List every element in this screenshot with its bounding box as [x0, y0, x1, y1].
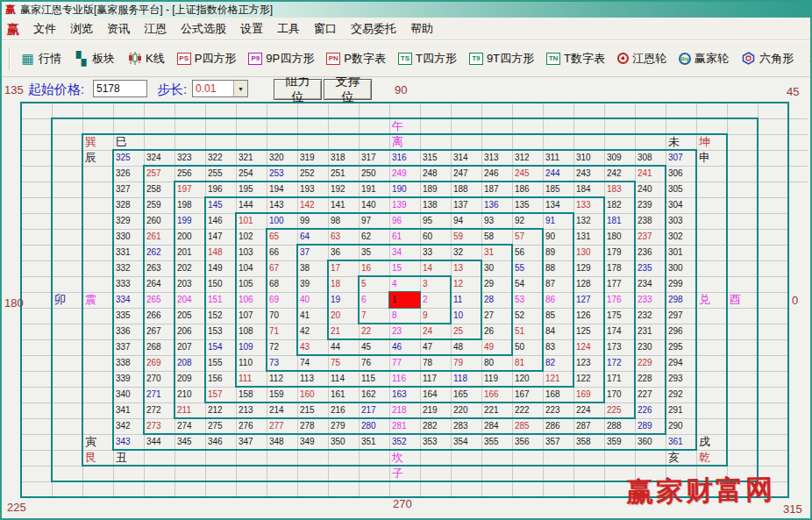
- grid-cell[interactable]: 210: [175, 387, 205, 402]
- grid-cell[interactable]: 111: [236, 371, 267, 387]
- grid-cell[interactable]: 211: [175, 402, 205, 418]
- grid-cell[interactable]: 346: [205, 434, 236, 450]
- grid-cell[interactable]: 229: [635, 355, 666, 371]
- grid-cell[interactable]: 114: [328, 371, 359, 387]
- grid-cell[interactable]: 331: [113, 245, 144, 260]
- grid-cell[interactable]: 249: [389, 166, 420, 182]
- grid-cell[interactable]: 116: [389, 371, 420, 387]
- grid-cell[interactable]: 100: [267, 213, 297, 229]
- grid-cell[interactable]: 197: [175, 182, 205, 197]
- grid-cell[interactable]: 163: [389, 387, 420, 402]
- grid-cell[interactable]: 186: [512, 182, 543, 197]
- grid-cell[interactable]: 220: [451, 402, 481, 418]
- grid-cell[interactable]: 361: [666, 434, 696, 450]
- tool-p-square[interactable]: PSP四方形: [171, 48, 243, 69]
- grid-cell[interactable]: 126: [573, 308, 604, 324]
- grid-cell[interactable]: 318: [328, 150, 359, 166]
- grid-cell[interactable]: 18: [328, 276, 359, 292]
- grid-cell[interactable]: 194: [267, 182, 297, 197]
- grid-cell[interactable]: 350: [328, 434, 359, 450]
- grid-cell[interactable]: 300: [666, 260, 696, 276]
- grid-cell[interactable]: 223: [543, 402, 573, 418]
- grid-cell[interactable]: 178: [604, 260, 635, 276]
- grid-cell[interactable]: 242: [604, 166, 635, 182]
- grid-cell[interactable]: 19: [328, 292, 359, 308]
- grid-cell[interactable]: 265: [144, 292, 175, 308]
- grid-cell[interactable]: 226: [635, 402, 666, 418]
- grid-cell[interactable]: 69: [267, 292, 297, 308]
- grid-cell[interactable]: 345: [175, 434, 205, 450]
- grid-cell[interactable]: 66: [267, 245, 297, 260]
- grid-cell[interactable]: 135: [512, 197, 543, 213]
- grid-cell[interactable]: 70: [267, 308, 297, 324]
- grid-cell[interactable]: 214: [267, 402, 297, 418]
- grid-cell[interactable]: 359: [604, 434, 635, 450]
- grid-cell[interactable]: 187: [481, 182, 512, 197]
- grid-cell[interactable]: 104: [236, 260, 267, 276]
- grid-cell[interactable]: 254: [236, 166, 267, 182]
- grid-cell[interactable]: 282: [420, 418, 451, 434]
- grid-cell[interactable]: 256: [175, 166, 205, 182]
- chevron-down-icon[interactable]: ▼: [233, 81, 247, 96]
- grid-cell[interactable]: 76: [359, 355, 389, 371]
- grid-cell[interactable]: 340: [113, 387, 144, 402]
- grid-cell[interactable]: 267: [144, 324, 175, 339]
- grid-cell[interactable]: 113: [297, 371, 328, 387]
- grid-cell[interactable]: 45: [359, 339, 389, 355]
- grid-cell[interactable]: 92: [512, 213, 543, 229]
- grid-cell[interactable]: 101: [236, 213, 267, 229]
- grid-cell[interactable]: 258: [144, 182, 175, 197]
- grid-cell[interactable]: 61: [389, 229, 420, 245]
- grid-cell[interactable]: 324: [144, 150, 175, 166]
- menu-item[interactable]: 工具: [270, 18, 307, 39]
- grid-cell[interactable]: 208: [175, 355, 205, 371]
- grid-cell[interactable]: 118: [451, 371, 481, 387]
- grid-cell[interactable]: 222: [512, 402, 543, 418]
- grid-cell[interactable]: 356: [512, 434, 543, 450]
- grid-cell[interactable]: 273: [144, 418, 175, 434]
- grid-cell[interactable]: 341: [113, 402, 144, 418]
- grid-cell[interactable]: 156: [205, 371, 236, 387]
- grid-cell[interactable]: 25: [451, 324, 481, 339]
- grid-cell[interactable]: 311: [543, 150, 573, 166]
- grid-cell[interactable]: 355: [481, 434, 512, 450]
- tool-winner-wheel[interactable]: Big赢家轮: [673, 48, 735, 69]
- grid-cell[interactable]: 277: [267, 418, 297, 434]
- grid-cell[interactable]: 339: [113, 371, 144, 387]
- grid-cell[interactable]: 154: [205, 339, 236, 355]
- grid-cell[interactable]: 7: [359, 308, 389, 324]
- grid-cell[interactable]: 241: [635, 166, 666, 182]
- grid-cell[interactable]: 2: [420, 292, 451, 308]
- grid-cell[interactable]: 281: [389, 418, 420, 434]
- grid-cell[interactable]: 162: [359, 387, 389, 402]
- grid-cell[interactable]: 243: [573, 166, 604, 182]
- grid-cell[interactable]: 207: [175, 339, 205, 355]
- grid-cell[interactable]: 147: [205, 229, 236, 245]
- grid-cell[interactable]: 348: [267, 434, 297, 450]
- grid-cell[interactable]: 106: [236, 292, 267, 308]
- grid-cell[interactable]: 88: [543, 260, 573, 276]
- grid-cell[interactable]: 167: [512, 387, 543, 402]
- grid-cell[interactable]: 67: [267, 260, 297, 276]
- grid-cell[interactable]: 37: [297, 245, 328, 260]
- grid-cell[interactable]: 145: [205, 197, 236, 213]
- grid-cell[interactable]: 64: [297, 229, 328, 245]
- grid-cell[interactable]: 232: [635, 308, 666, 324]
- grid-cell[interactable]: 212: [205, 402, 236, 418]
- grid-cell[interactable]: 228: [635, 371, 666, 387]
- grid-cell[interactable]: 95: [420, 213, 451, 229]
- grid-cell[interactable]: 286: [543, 418, 573, 434]
- grid-cell[interactable]: 347: [236, 434, 267, 450]
- grid-cell[interactable]: 171: [604, 371, 635, 387]
- grid-cell[interactable]: 74: [297, 355, 328, 371]
- grid-cell[interactable]: 297: [666, 308, 696, 324]
- grid-cell[interactable]: 78: [420, 355, 451, 371]
- grid-cell[interactable]: 233: [635, 292, 666, 308]
- grid-cell[interactable]: 91: [543, 213, 573, 229]
- grid-cell[interactable]: 57: [512, 229, 543, 245]
- grid-cell[interactable]: 218: [389, 402, 420, 418]
- grid-cell[interactable]: 117: [420, 371, 451, 387]
- grid-cell[interactable]: 120: [512, 371, 543, 387]
- grid-cell[interactable]: 28: [481, 292, 512, 308]
- grid-cell[interactable]: 59: [451, 229, 481, 245]
